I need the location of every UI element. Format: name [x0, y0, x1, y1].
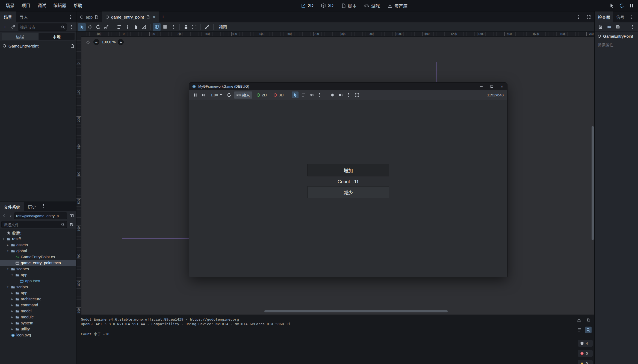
remote-tab[interactable]: 远程: [2, 33, 38, 40]
game-content[interactable]: 增加 Count: -11 减少: [189, 100, 507, 277]
local-tab[interactable]: 本地: [39, 33, 75, 40]
filesystem-menu-button[interactable]: [40, 202, 47, 209]
lock-node-button[interactable]: [182, 23, 190, 31]
file-tree-row[interactable]: ▶ module: [0, 314, 76, 320]
mute-audio-button[interactable]: [329, 91, 336, 98]
restart-game-button[interactable]: [618, 2, 625, 10]
speed-menu-button[interactable]: 1.0×: [208, 91, 225, 99]
maximize-button[interactable]: [486, 82, 497, 90]
expand-arrow[interactable]: ▶: [10, 322, 14, 324]
menu-project[interactable]: 项目: [18, 0, 34, 11]
tab-filesystem[interactable]: 文件系统: [0, 202, 24, 211]
collapse-duplicates-button[interactable]: [576, 327, 583, 333]
inspector-menu-button[interactable]: [629, 23, 636, 31]
zoom-out-button[interactable]: −: [93, 39, 99, 45]
file-tree-row[interactable]: ▶ utility: [0, 326, 76, 332]
menu-debug[interactable]: 调试: [34, 0, 50, 11]
menu-scene[interactable]: 场景: [2, 0, 18, 11]
pause-game-button[interactable]: [628, 2, 635, 10]
pause-button[interactable]: [192, 91, 199, 98]
camera-3d-toggle[interactable]: 3D: [271, 91, 286, 99]
menu-help[interactable]: 帮助: [70, 0, 86, 11]
current-path-field[interactable]: res://global/game_entry_p: [14, 212, 67, 219]
node-pick-mode-button[interactable]: [292, 91, 299, 98]
increase-button[interactable]: 增加: [307, 164, 389, 176]
workspace-script-button[interactable]: 脚本: [338, 1, 359, 10]
camera-override-button[interactable]: [337, 91, 344, 98]
pan-tool-button[interactable]: [132, 23, 140, 31]
workspace-2d-button[interactable]: 2D: [298, 1, 316, 10]
expand-arrow[interactable]: ▶: [10, 298, 14, 300]
tab-scene-dock[interactable]: 场景: [0, 11, 16, 22]
expand-arrow[interactable]: ▶: [10, 304, 14, 306]
vertical-ruler[interactable]: 0100200300400500600700800900: [76, 37, 81, 315]
tab-import-dock[interactable]: 导入: [16, 11, 32, 22]
file-tree[interactable]: 收藏： ▼ res:// ▶ assets ▼ global GameEntr: [0, 229, 76, 364]
file-tree-row[interactable]: ▼ scripts: [0, 284, 76, 290]
expand-arrow[interactable]: ▼: [10, 274, 14, 276]
scene-dock-menu-button[interactable]: [67, 13, 74, 20]
file-tree-row[interactable]: 收藏：: [0, 230, 76, 236]
instance-scene-button[interactable]: [10, 23, 17, 31]
visibility-button[interactable]: [308, 91, 315, 98]
grid-snap-toggle[interactable]: [161, 23, 169, 31]
file-tree-row[interactable]: app.tscn: [0, 278, 76, 284]
decrease-button[interactable]: 减少: [307, 186, 389, 198]
pivot-tool-button[interactable]: [124, 23, 131, 31]
sort-files-button[interactable]: [68, 221, 75, 228]
ruler-tool-button[interactable]: [140, 23, 148, 31]
save-log-button[interactable]: [576, 316, 582, 323]
scale-tool-button[interactable]: [103, 23, 110, 31]
zoom-level-label[interactable]: 100.0 %: [102, 40, 116, 44]
fullscreen-button[interactable]: [353, 91, 360, 98]
split-view-button[interactable]: [68, 212, 75, 219]
new-scene-tab-button[interactable]: +: [159, 11, 167, 22]
2d-canvas[interactable]: − 100.0 % + MyGFrameworkGame (DEBUG) ×: [81, 37, 595, 315]
filter-files-input[interactable]: 筛选文件: [1, 221, 67, 228]
expand-arrow[interactable]: ▶: [10, 316, 14, 318]
file-tree-row[interactable]: ▼ app: [0, 272, 76, 278]
expand-arrow[interactable]: ▼: [6, 250, 10, 252]
view-menu-button[interactable]: 视图: [216, 23, 230, 31]
inspected-node-row[interactable]: GameEntryPoint: [595, 32, 638, 40]
dock-separator-right[interactable]: [594, 11, 595, 364]
file-tree-row[interactable]: ▶ app: [0, 290, 76, 296]
minimize-button[interactable]: [476, 82, 486, 90]
file-tree-row[interactable]: ▶ model: [0, 308, 76, 314]
filter-properties-input[interactable]: 筛选属性: [595, 40, 638, 49]
expand-arrow[interactable]: ▶: [10, 292, 14, 294]
horizontal-scrollbar[interactable]: [264, 310, 448, 312]
workspace-game-button[interactable]: 游戏: [362, 1, 383, 10]
tab-signals[interactable]: 信号: [613, 11, 627, 22]
center-view-button[interactable]: [85, 39, 91, 45]
workspace-3d-button[interactable]: 3D: [318, 1, 336, 10]
game-select-button[interactable]: [608, 2, 616, 10]
move-tool-button[interactable]: [86, 23, 94, 31]
open-script-icon[interactable]: [70, 44, 74, 48]
file-tree-row[interactable]: game_entry_point.tscn: [0, 260, 76, 266]
skeleton-options-button[interactable]: [203, 23, 211, 31]
error-filter-badge[interactable]: 0: [578, 350, 593, 357]
tab-inspector[interactable]: 检查器: [595, 11, 613, 22]
tab-history[interactable]: 历史: [24, 202, 40, 211]
expand-arrow[interactable]: ▶: [6, 244, 10, 246]
zoom-in-button[interactable]: +: [118, 39, 124, 45]
selection-list-button[interactable]: [116, 23, 123, 31]
expand-arrow[interactable]: ▼: [6, 286, 10, 288]
close-button[interactable]: ×: [497, 82, 507, 90]
expand-arrow[interactable]: ▼: [6, 268, 10, 270]
file-tree-row[interactable]: ▶ system: [0, 320, 76, 326]
warning-filter-badge[interactable]: 0: [578, 360, 593, 364]
scene-tree[interactable]: GameEntryPoint: [0, 41, 76, 202]
vertical-scrollbar[interactable]: [592, 126, 594, 240]
file-tree-row[interactable]: ▼ global: [0, 248, 76, 254]
scene-tree-menu-button[interactable]: [68, 23, 75, 31]
pick-options-button[interactable]: [316, 91, 323, 98]
close-tab-icon[interactable]: ×: [153, 15, 155, 19]
expand-arrow[interactable]: ▶: [10, 310, 14, 312]
expand-arrow[interactable]: ▶: [10, 328, 14, 330]
smart-snap-toggle[interactable]: [153, 23, 161, 31]
tab-list-menu-button[interactable]: [575, 13, 582, 20]
add-node-button[interactable]: +: [1, 23, 8, 31]
file-tree-row[interactable]: icon.svg: [0, 332, 76, 338]
